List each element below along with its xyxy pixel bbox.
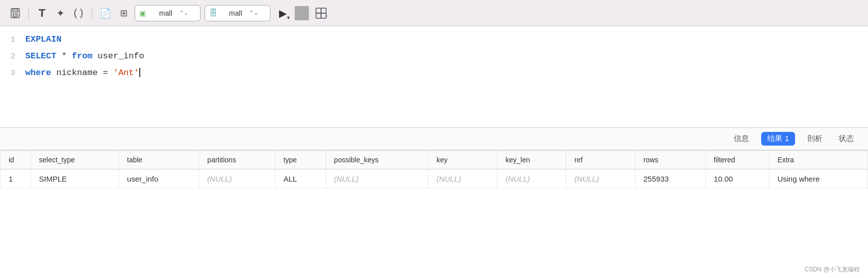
cell-id: 1 [1,169,31,189]
cell-extra: Using where [769,169,868,189]
sql-editor[interactable]: 1 EXPLAIN 2 SELECT * from user_info 3 wh… [0,26,868,128]
line-content-1: EXPLAIN [25,32,61,47]
cell-filtered: 10.00 [705,169,769,189]
watermark: CSDN @小飞龙编程 [804,265,860,274]
toolbar-divider-2 [92,7,92,19]
svg-rect-7 [316,13,321,18]
schema-label: mall [159,9,176,17]
col-header-extra: Extra [769,151,868,169]
code-condition: nickname = [56,68,113,78]
line-number-3: 3 [0,67,25,80]
results-table-container: id select_type table partitions type pos… [0,150,868,189]
cell-rows: 255933 [635,169,705,189]
cell-key-len: (NULL) [497,169,566,189]
svg-rect-5 [316,8,321,13]
results-tabs: 信息 结果 1 剖析 状态 [0,128,868,150]
app-container: T ✦ ( ) 📄 ⊞ ▣ mall ⌃⌄ 🗄 mall ⌃⌄ ▶ ▼ [0,0,868,278]
col-header-type: type [275,151,326,169]
line-content-2: SELECT * from user_info [25,49,144,64]
col-header-id: id [1,151,31,169]
line-number-1: 1 [0,33,25,47]
col-header-partitions: partitions [199,151,275,169]
schema-selector[interactable]: ▣ mall ⌃⌄ [135,5,201,21]
code-string-value: 'Ant' [113,68,139,78]
cell-ref: (NULL) [566,169,635,189]
text-format-icon[interactable]: T [35,6,49,20]
db-chevron-icon: ⌃⌄ [249,10,266,16]
svg-text:→: → [324,13,328,18]
col-header-filtered: filtered [705,151,769,169]
parentheses-icon[interactable]: ( ) [71,6,86,20]
keyword-where: where [25,68,51,78]
toolbar-divider-1 [28,7,29,19]
play-icon: ▶ [279,7,287,19]
schema-chevron-icon: ⌃⌄ [179,10,196,16]
code-star: * [61,51,71,61]
col-header-key: key [428,151,497,169]
magic-wand-icon[interactable]: ✦ [53,6,67,20]
line-number-2: 2 [0,50,25,63]
svg-rect-1 [13,9,18,12]
tab-results[interactable]: 结果 1 [761,132,795,146]
table-header-row: id select_type table partitions type pos… [1,151,868,169]
text-cursor [139,68,140,77]
table-row: 1 SIMPLE user_info (NULL) ALL (NULL) (NU… [1,169,868,189]
line-content-3: where nickname = 'Ant' [25,66,140,81]
code-table: user_info [98,51,144,61]
tab-profiling[interactable]: 剖析 [803,132,826,146]
file-icon[interactable]: 📄 [98,6,112,20]
col-header-select-type: select_type [31,151,119,169]
editor-line-3: 3 where nickname = 'Ant' [0,65,868,82]
col-header-table: table [119,151,199,169]
editor-line-2: 2 SELECT * from user_info [0,48,868,65]
db-label: mall [229,9,246,17]
save-icon[interactable] [8,6,22,20]
col-header-ref: ref [566,151,635,169]
cell-key: (NULL) [428,169,497,189]
stop-button[interactable] [295,6,309,20]
keyword-explain: EXPLAIN [25,34,61,44]
col-header-possible-keys: possible_keys [326,151,428,169]
cell-partitions: (NULL) [199,169,275,189]
col-header-rows: rows [635,151,705,169]
explain-plan-icon[interactable]: → [313,5,329,21]
toolbar: T ✦ ( ) 📄 ⊞ ▣ mall ⌃⌄ 🗄 mall ⌃⌄ ▶ ▼ [0,0,868,26]
db-icon: 🗄 [209,9,226,18]
cell-select-type: SIMPLE [31,169,119,189]
svg-rect-6 [321,8,326,13]
results-table: id select_type table partitions type pos… [0,150,868,189]
keyword-from: from [72,51,93,61]
db-selector[interactable]: 🗄 mall ⌃⌄ [205,5,270,21]
cell-table: user_info [119,169,199,189]
cell-type: ALL [275,169,326,189]
run-dropdown-icon: ▼ [286,15,291,20]
grid-icon[interactable]: ⊞ [116,6,131,20]
tab-status[interactable]: 状态 [835,132,858,146]
results-area: 信息 结果 1 剖析 状态 id select_type table parti… [0,128,868,278]
cell-possible-keys: (NULL) [326,169,428,189]
svg-rect-2 [13,14,17,17]
run-button[interactable]: ▶ ▼ [274,5,291,21]
tab-info[interactable]: 信息 [730,132,753,146]
schema-icon: ▣ [139,9,156,17]
col-header-key-len: key_len [497,151,566,169]
keyword-select: SELECT [25,51,56,61]
editor-line-1: 1 EXPLAIN [0,31,868,48]
